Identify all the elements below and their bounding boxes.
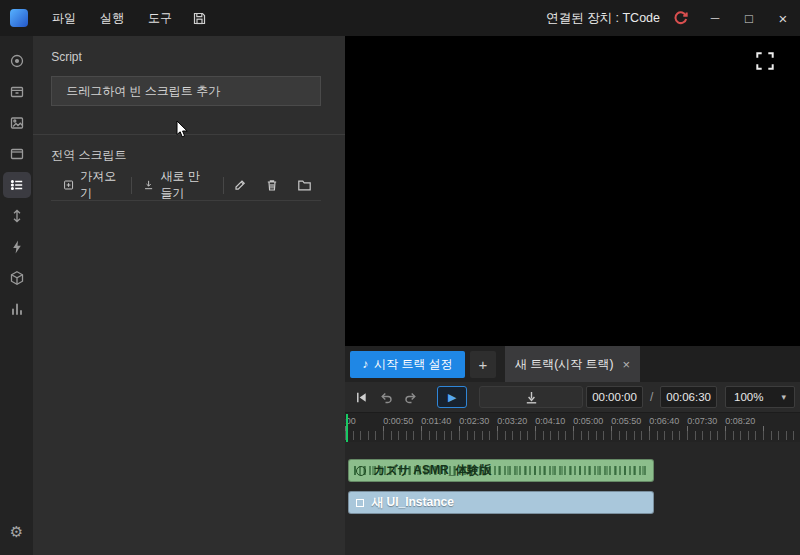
trash-icon: [265, 178, 279, 192]
track-clip-ui[interactable]: 새 UI_Instance: [348, 491, 654, 514]
global-scripts-toolbar: 가져오기 새로 만들기: [51, 174, 321, 201]
sidebar-item-media[interactable]: [3, 48, 31, 74]
total-time-field: 00:06:30: [660, 386, 717, 408]
active-track-tab[interactable]: 새 트랙(시작 트랙) ×: [505, 346, 640, 382]
sidebar-item-scripts[interactable]: [3, 172, 31, 198]
time-separator: /: [646, 390, 657, 404]
ruler-label: 0:04:10: [535, 416, 565, 426]
up-down-arrows-icon: [9, 208, 25, 224]
undo-icon: [379, 390, 393, 404]
playhead-anchor-button[interactable]: [479, 386, 583, 408]
script-drop-zone[interactable]: 드레그하여 빈 스크립트 추가: [51, 76, 321, 106]
app-window: 파일 실행 도구 연결된 장치 : TCode ─ □ ×: [0, 0, 800, 555]
import-script-button[interactable]: 가져오기: [51, 173, 130, 197]
chevron-down-icon: ▾: [781, 392, 786, 402]
folder-icon: [297, 178, 312, 192]
device-refresh-button[interactable]: [668, 6, 692, 30]
new-script-button[interactable]: 새로 만들기: [131, 173, 223, 197]
minimize-button[interactable]: ─: [698, 0, 732, 36]
ruler-label: 0:05:50: [611, 416, 641, 426]
maximize-button[interactable]: □: [732, 0, 766, 36]
import-script-label: 가져오기: [80, 168, 118, 202]
timeline-ruler[interactable]: 0:00 0:00:50 0:01:40 0:02:30 0:03:20 0:0…: [345, 412, 800, 442]
ruler-label: 0:05:00: [573, 416, 603, 426]
ruler-label: 0:03:20: [497, 416, 527, 426]
edit-script-button[interactable]: [224, 173, 256, 197]
titlebar: 파일 실행 도구 연결된 장치 : TCode ─ □ ×: [0, 0, 800, 36]
current-time-field[interactable]: 00:00:00: [586, 386, 643, 408]
track-tabs-row: ♪ 시작 트랙 설정 + 새 트랙(시작 트랙) ×: [345, 346, 800, 382]
sidebar-item-actions[interactable]: [3, 234, 31, 260]
global-scripts-title: 전역 스크립트: [51, 147, 345, 164]
titlebar-right: 연결된 장치 : TCode ─ □ ×: [546, 0, 800, 36]
floppy-icon: [192, 11, 207, 26]
bar-chart-icon: [9, 301, 25, 317]
track-tab-label: 새 트랙(시작 트랙): [515, 356, 614, 373]
redo-icon: [404, 390, 418, 404]
script-panel: Script 드레그하여 빈 스크립트 추가 전역 스크립트 가져오기: [33, 36, 345, 555]
video-preview: [345, 36, 800, 346]
new-script-label: 새로 만들기: [161, 168, 212, 202]
sidebar-item-windows[interactable]: [3, 141, 31, 167]
add-track-button[interactable]: +: [470, 351, 496, 378]
sidebar-item-library[interactable]: [3, 79, 31, 105]
fullscreen-icon: [754, 50, 776, 72]
redo-button[interactable]: [400, 386, 422, 408]
ui-clip-icon: [356, 499, 364, 507]
menu-file[interactable]: 파일: [40, 0, 88, 36]
image-icon: [9, 115, 25, 131]
menu-tools[interactable]: 도구: [136, 0, 184, 36]
device-status-label: 연결된 장치 : TCode: [546, 10, 660, 27]
disc-icon: [9, 53, 25, 69]
open-folder-button[interactable]: [288, 173, 321, 197]
import-icon: [63, 178, 74, 192]
skip-start-icon: [355, 391, 368, 404]
track-clip-label: 새 UI_Instance: [371, 494, 454, 511]
fullscreen-button[interactable]: [751, 47, 779, 75]
play-button[interactable]: ▶: [437, 386, 467, 408]
new-script-icon: [143, 178, 154, 192]
pencil-icon: [233, 178, 247, 192]
lightning-icon: [9, 239, 25, 255]
settings-button[interactable]: ⚙: [3, 519, 31, 545]
box-icon: [9, 84, 25, 100]
zoom-value: 100%: [734, 391, 763, 403]
zoom-select[interactable]: 100% ▾: [725, 386, 795, 408]
close-button[interactable]: ×: [766, 0, 800, 36]
gear-icon: ⚙: [10, 523, 23, 541]
playhead-anchor-icon: [524, 391, 539, 404]
menu-run[interactable]: 실행: [88, 0, 136, 36]
tab-close-icon[interactable]: ×: [622, 357, 630, 372]
window-icon: [9, 146, 25, 162]
ruler-label: 0:02:30: [459, 416, 489, 426]
play-icon: ▶: [448, 391, 456, 404]
start-track-settings-button[interactable]: ♪ 시작 트랙 설정: [350, 351, 465, 378]
sidebar-item-axes[interactable]: [3, 203, 31, 229]
sidebar-item-packages[interactable]: [3, 265, 31, 291]
transport-bar: ▶ 00:00:00 / 00:06:30 100% ▾: [345, 382, 800, 412]
sidebar-item-images[interactable]: [3, 110, 31, 136]
save-button[interactable]: [184, 4, 214, 32]
refresh-icon: [672, 10, 689, 27]
note-icon: ♪: [362, 357, 368, 371]
track-clip-script[interactable]: カズサ ASMR_体験版: [348, 459, 654, 482]
app-logo-icon: [10, 9, 28, 27]
ruler-label: 0:00:50: [383, 416, 413, 426]
script-list-icon: [9, 177, 25, 193]
track-clip-label: カズサ ASMR_体験版: [373, 462, 491, 479]
script-panel-title: Script: [51, 50, 345, 64]
ruler-label: 0:01:40: [421, 416, 451, 426]
skip-start-button[interactable]: [350, 386, 372, 408]
playhead-marker[interactable]: [346, 414, 348, 442]
start-track-settings-label: 시작 트랙 설정: [374, 356, 453, 373]
ruler-label: 0:08:20: [725, 416, 755, 426]
sidebar-item-stats[interactable]: [3, 296, 31, 322]
script-clip-icon: [356, 466, 366, 476]
ruler-label: 0:07:30: [687, 416, 717, 426]
delete-script-button[interactable]: [256, 173, 288, 197]
undo-button[interactable]: [375, 386, 397, 408]
timeline-tracks: カズサ ASMR_体験版 새 UI_Instance: [345, 442, 800, 555]
main-area: ⚙ Script 드레그하여 빈 스크립트 추가 전역 스크립트 가져오기: [0, 36, 800, 555]
right-column: ♪ 시작 트랙 설정 + 새 트랙(시작 트랙) ×: [345, 36, 800, 555]
sidebar-rail: ⚙: [0, 36, 33, 555]
